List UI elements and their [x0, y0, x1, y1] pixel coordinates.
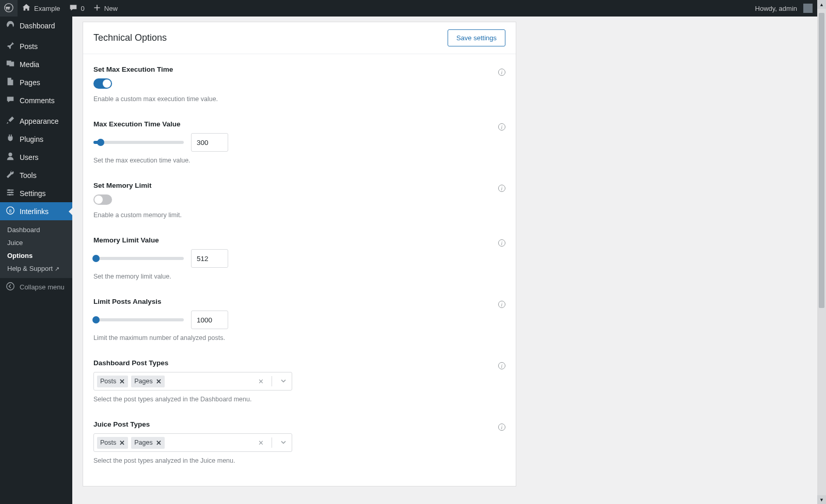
tag-label: Pages: [134, 378, 152, 385]
adminbar-comment-count: 0: [81, 5, 85, 12]
comments-icon: [5, 95, 15, 106]
sub-item-juice[interactable]: Juice: [0, 236, 72, 249]
dropdown-caret-icon[interactable]: [275, 438, 292, 448]
collapse-label: Collapse menu: [20, 283, 65, 291]
adminbar-site-link[interactable]: Example: [18, 0, 65, 17]
sidebar-label: Comments: [20, 96, 55, 105]
remove-tag-icon[interactable]: ✕: [119, 439, 125, 447]
info-icon[interactable]: i: [498, 362, 505, 369]
tag-label: Pages: [134, 439, 152, 446]
adminbar-account[interactable]: Howdy, admin: [751, 0, 817, 17]
sidebar-item-appearance[interactable]: Appearance: [0, 112, 72, 130]
select-dashboard-pt[interactable]: Posts✕ Pages✕ ✕: [93, 372, 292, 391]
sidebar-item-interlinks[interactable]: 8 Interlinks: [0, 202, 72, 220]
comment-icon: [69, 3, 78, 14]
sidebar-item-media[interactable]: Media: [0, 55, 72, 73]
home-icon: [22, 3, 31, 14]
input-mem-limit[interactable]: [191, 249, 228, 268]
avatar: [803, 4, 813, 13]
toggle-set-max-exec[interactable]: [93, 78, 112, 89]
svg-point-1: [8, 189, 10, 191]
sidebar-item-tools[interactable]: Tools: [0, 166, 72, 184]
clear-all-icon[interactable]: ✕: [253, 378, 268, 385]
sidebar-item-settings[interactable]: Settings: [0, 184, 72, 202]
field-title: Memory Limit Value: [93, 236, 505, 244]
field-limit-posts: Limit Posts Analysis Limit the maximum n…: [93, 298, 505, 342]
sidebar-label: Plugins: [20, 135, 43, 143]
tag-label: Posts: [100, 378, 116, 385]
slider-limit-posts[interactable]: [93, 318, 184, 321]
field-max-exec-value: Max Execution Time Value Set the max exe…: [93, 120, 505, 164]
slider-mem-limit[interactable]: [93, 257, 184, 260]
adminbar-site-name: Example: [34, 5, 60, 12]
media-icon: [5, 59, 15, 70]
sub-label: Dashboard: [7, 226, 40, 234]
input-max-exec[interactable]: [191, 133, 228, 152]
technical-options-card: Technical Options Save settings Set Max …: [83, 22, 516, 486]
field-juice-post-types: Juice Post Types Posts✕ Pages✕ ✕ Select …: [93, 420, 505, 464]
sidebar-item-pages[interactable]: Pages: [0, 73, 72, 91]
sidebar-item-users[interactable]: Users: [0, 148, 72, 166]
info-icon[interactable]: i: [498, 123, 505, 131]
tag-pages[interactable]: Pages✕: [131, 376, 164, 387]
plug-icon: [5, 134, 15, 144]
sidebar-label: Pages: [20, 78, 40, 87]
sidebar-item-posts[interactable]: Posts: [0, 37, 72, 55]
field-title: Limit Posts Analysis: [93, 298, 505, 305]
plus-icon: [93, 4, 101, 13]
tag-pages[interactable]: Pages✕: [131, 437, 164, 449]
tag-posts[interactable]: Posts✕: [97, 437, 128, 449]
user-icon: [5, 152, 15, 162]
sub-item-help[interactable]: Help & Support↗: [0, 262, 72, 275]
tag-label: Posts: [100, 439, 116, 446]
sliders-icon: [5, 188, 15, 199]
field-desc: Select the post types analyzed in the Ju…: [93, 457, 505, 464]
field-dashboard-post-types: Dashboard Post Types Posts✕ Pages✕ ✕ Sel…: [93, 359, 505, 403]
info-icon[interactable]: i: [498, 239, 505, 247]
info-icon[interactable]: i: [498, 69, 505, 76]
remove-tag-icon[interactable]: ✕: [156, 439, 162, 447]
adminbar-comments[interactable]: 0: [65, 0, 89, 17]
pin-icon: [5, 41, 15, 52]
adminbar-wp-logo[interactable]: [0, 0, 18, 17]
scrollbar-up-arrow[interactable]: ▲: [817, 0, 826, 9]
remove-tag-icon[interactable]: ✕: [156, 378, 162, 385]
sidebar-item-plugins[interactable]: Plugins: [0, 130, 72, 148]
field-title: Dashboard Post Types: [93, 359, 505, 367]
toggle-set-mem-limit[interactable]: [93, 194, 112, 205]
save-settings-button[interactable]: Save settings: [448, 29, 505, 46]
scrollbar-thumb[interactable]: [819, 13, 824, 308]
brush-icon: [5, 116, 15, 126]
sub-label: Help & Support: [7, 265, 53, 272]
tag-posts[interactable]: Posts✕: [97, 376, 128, 387]
dropdown-caret-icon[interactable]: [275, 377, 292, 386]
select-juice-pt[interactable]: Posts✕ Pages✕ ✕: [93, 433, 292, 452]
admin-bar: Example 0 New Howdy, admin: [0, 0, 826, 17]
info-icon[interactable]: i: [498, 301, 505, 308]
input-limit-posts[interactable]: [191, 311, 228, 329]
field-desc: Enable a custom max execution time value…: [93, 95, 505, 103]
sub-item-options[interactable]: Options: [0, 249, 72, 262]
collapse-icon: [5, 282, 15, 292]
slider-max-exec[interactable]: [93, 141, 184, 144]
scrollbar-down-arrow[interactable]: ▼: [817, 495, 826, 504]
sub-item-dashboard[interactable]: Dashboard: [0, 223, 72, 236]
info-icon[interactable]: i: [498, 424, 505, 431]
sidebar-label: Posts: [20, 42, 38, 51]
svg-point-2: [11, 191, 13, 193]
field-set-max-exec: Set Max Execution Time Enable a custom m…: [93, 66, 505, 103]
sidebar-label: Settings: [20, 189, 46, 198]
collapse-menu[interactable]: Collapse menu: [0, 278, 72, 296]
remove-tag-icon[interactable]: ✕: [119, 378, 125, 385]
sidebar-label: Appearance: [20, 117, 59, 125]
field-desc: Select the post types analyzed in the Da…: [93, 396, 505, 403]
adminbar-new[interactable]: New: [89, 0, 122, 17]
sidebar-item-dashboard[interactable]: Dashboard: [0, 17, 72, 35]
content-area: Technical Options Save settings Set Max …: [72, 17, 817, 504]
info-icon[interactable]: i: [498, 185, 505, 192]
sidebar-item-comments[interactable]: Comments: [0, 91, 72, 109]
interlinks-submenu: Dashboard Juice Options Help & Support↗: [0, 220, 72, 278]
clear-all-icon[interactable]: ✕: [253, 439, 268, 447]
scrollbar-vertical[interactable]: ▲ ▼: [817, 0, 826, 504]
field-title: Set Max Execution Time: [93, 66, 505, 73]
